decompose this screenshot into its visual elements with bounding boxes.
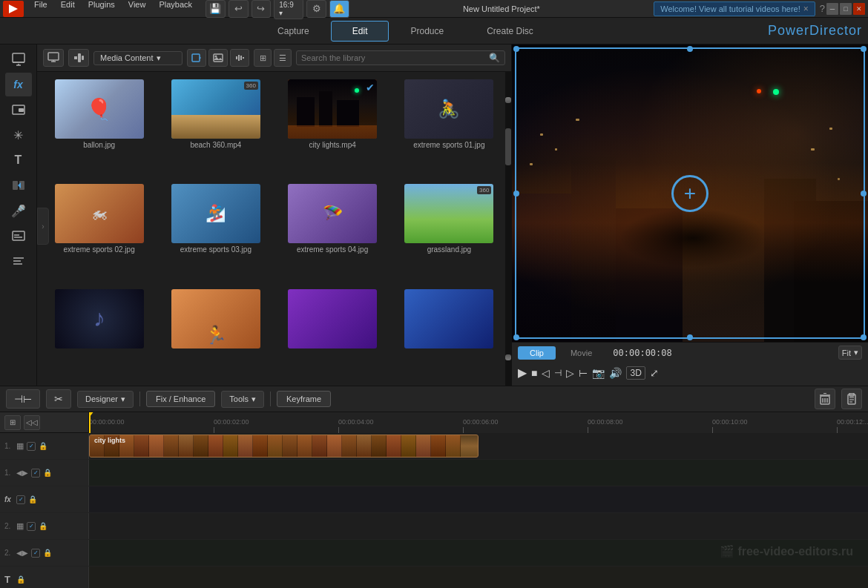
list-item[interactable]: ✔ city lights.mp4: [275, 76, 390, 179]
handle-middle-right[interactable]: [861, 191, 867, 196]
prev-frame-button[interactable]: ◁: [542, 367, 550, 379]
track-lock-icon[interactable]: 🔒: [39, 522, 47, 530]
volume-button[interactable]: 🔊: [609, 367, 622, 379]
handle-bottom-right[interactable]: [861, 334, 867, 340]
list-item[interactable]: ♪: [42, 286, 157, 381]
fast-forward-button[interactable]: ⊢: [579, 367, 588, 379]
fix-enhance-button[interactable]: Fix / Enhance: [146, 391, 215, 407]
clipboard-button[interactable]: [841, 389, 862, 409]
list-item[interactable]: 360 grassland.jpg: [392, 181, 507, 284]
sidebar-subtitle-button[interactable]: [5, 224, 32, 248]
menu-view[interactable]: View: [122, 0, 152, 19]
snapshot-button[interactable]: 📷: [592, 367, 605, 379]
save-icon[interactable]: 💾: [206, 0, 226, 18]
play-button[interactable]: ▶: [518, 366, 527, 380]
list-item[interactable]: 🏍 extreme sports 02.jpg: [42, 181, 157, 284]
fit-dropdown[interactable]: Fit ▾: [838, 346, 862, 360]
sidebar-import-button[interactable]: [5, 47, 32, 71]
track-content-video2[interactable]: [89, 513, 868, 539]
track-visibility-checkbox[interactable]: ✓: [16, 495, 25, 504]
sidebar-particles-button[interactable]: ✳: [5, 123, 32, 147]
clip-tab[interactable]: Clip: [518, 346, 556, 360]
track-lock-icon[interactable]: 🔒: [39, 442, 47, 450]
tools-dropdown-button[interactable]: Tools ▾: [221, 391, 264, 408]
next-frame-button[interactable]: ▷: [566, 367, 574, 379]
track-content-audio2[interactable]: [89, 540, 868, 566]
filter-image-button[interactable]: [208, 49, 228, 67]
handle-middle-left[interactable]: [513, 191, 519, 196]
help-button[interactable]: ?: [820, 3, 825, 15]
list-item[interactable]: 🏃: [158, 286, 273, 381]
list-item[interactable]: 🚴 extreme sports 01.jpg: [392, 76, 507, 179]
track-lock-icon[interactable]: 🔒: [16, 575, 25, 584]
list-item[interactable]: 🪂 extreme sports 04.jpg: [275, 181, 390, 284]
track-content-text[interactable]: [89, 566, 868, 588]
timeline-ruler[interactable]: 00:00:00:00 00:00:02:00 00:00:04:00 00:0…: [89, 412, 868, 433]
3d-button[interactable]: 3D: [626, 366, 645, 380]
track-content-video1[interactable]: city lights: [89, 433, 868, 459]
sidebar-title-button[interactable]: T: [5, 148, 32, 172]
track-visibility-checkbox[interactable]: ✓: [31, 549, 40, 558]
tab-edit[interactable]: Edit: [331, 21, 389, 42]
filter-video-button[interactable]: [187, 49, 206, 67]
playhead[interactable]: [89, 412, 91, 433]
sidebar-audio-button[interactable]: 🎤: [5, 199, 32, 222]
track-content-audio1[interactable]: [89, 460, 868, 486]
timeline-fit-button[interactable]: ⊞: [4, 415, 21, 430]
grid-view-button[interactable]: ⊞: [254, 49, 272, 67]
mark-in-button[interactable]: ⊣: [554, 368, 562, 378]
plugin-button[interactable]: [68, 49, 89, 67]
list-item[interactable]: [275, 286, 390, 381]
sidebar-chapter-button[interactable]: [5, 249, 32, 273]
split-button[interactable]: ⊣⊢: [6, 389, 40, 409]
keyframe-button[interactable]: Keyframe: [277, 391, 331, 407]
settings-icon[interactable]: ⚙: [306, 0, 326, 18]
movie-tab[interactable]: Movie: [559, 346, 604, 360]
track-content-fx[interactable]: [89, 486, 868, 512]
track-visibility-checkbox[interactable]: ✓: [31, 469, 40, 478]
menu-plugins[interactable]: Plugins: [82, 0, 121, 19]
tab-create-disc[interactable]: Create Disc: [465, 21, 555, 42]
sidebar-transition-button[interactable]: [5, 174, 32, 197]
list-item[interactable]: 🎈 ballon.jpg: [42, 76, 157, 179]
detail-view-button[interactable]: ☰: [274, 49, 292, 67]
tab-produce[interactable]: Produce: [389, 21, 465, 42]
add-clip-button[interactable]: +: [671, 175, 708, 212]
search-input[interactable]: [301, 53, 486, 62]
maximize-button[interactable]: □: [840, 3, 852, 15]
close-button[interactable]: ✕: [853, 3, 865, 15]
sidebar-pip-button[interactable]: [5, 98, 32, 122]
video-clip[interactable]: city lights: [89, 435, 479, 457]
track-visibility-checkbox[interactable]: ✓: [27, 522, 36, 531]
list-item[interactable]: 360 beach 360.mp4: [158, 76, 273, 179]
minimize-button[interactable]: ─: [826, 3, 838, 15]
list-item[interactable]: 🏂 extreme sports 03.jpg: [158, 181, 273, 284]
designer-dropdown-button[interactable]: Designer ▾: [77, 391, 134, 408]
track-visibility-checkbox[interactable]: ✓: [27, 442, 36, 451]
handle-bottom-left[interactable]: [513, 334, 519, 340]
menu-edit[interactable]: Edit: [55, 0, 81, 19]
media-type-dropdown[interactable]: Media Content ▾: [93, 51, 183, 65]
track-lock-icon[interactable]: 🔒: [28, 495, 37, 503]
menu-file[interactable]: File: [28, 0, 53, 19]
track-lock-icon[interactable]: 🔒: [43, 549, 52, 557]
redo-icon[interactable]: ↪: [251, 0, 272, 18]
sidebar-fx-button[interactable]: fx: [5, 73, 32, 96]
list-item[interactable]: [392, 286, 507, 381]
timeline-zoom-out-button[interactable]: ◁◁: [24, 415, 40, 430]
cut-button[interactable]: ✂: [46, 389, 71, 409]
filter-audio-button[interactable]: [230, 49, 249, 67]
tab-capture[interactable]: Capture: [256, 21, 331, 42]
expand-button[interactable]: ⤢: [650, 367, 659, 379]
delete-button[interactable]: [815, 389, 835, 409]
menu-playback[interactable]: Playback: [153, 0, 198, 19]
info-icon[interactable]: 🔔: [329, 0, 349, 18]
handle-bottom-center[interactable]: [687, 334, 693, 340]
import-button[interactable]: [43, 49, 64, 67]
stop-button[interactable]: ■: [531, 367, 537, 379]
handle-top-left[interactable]: [513, 46, 519, 52]
track-lock-icon[interactable]: 🔒: [43, 469, 52, 477]
welcome-close-button[interactable]: ×: [803, 4, 809, 14]
handle-top-right[interactable]: [861, 46, 867, 52]
undo-icon[interactable]: ↩: [228, 0, 249, 18]
